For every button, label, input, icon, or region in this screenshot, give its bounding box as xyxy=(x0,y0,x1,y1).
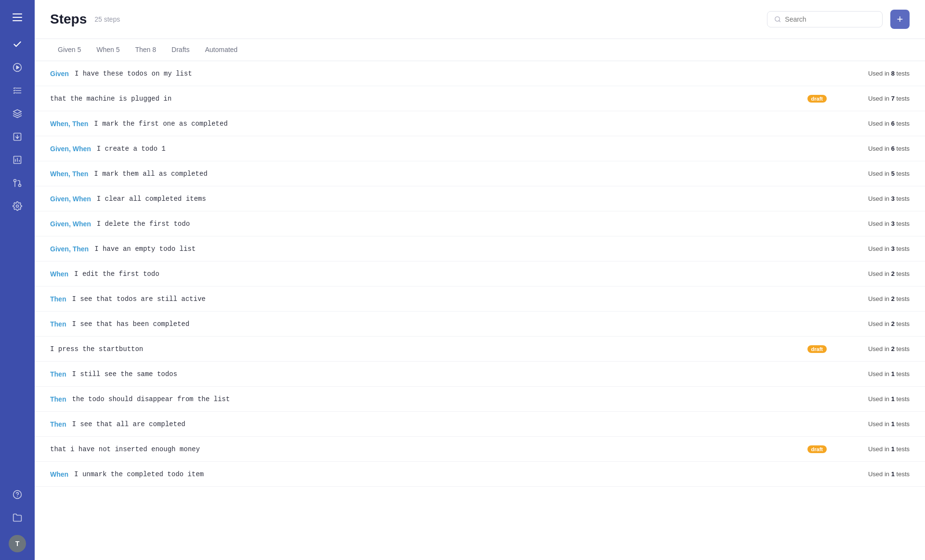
table-row[interactable]: I press the startbutton draft Used in 2 … xyxy=(35,337,925,362)
table-row[interactable]: When I unmark the completed todo item Us… xyxy=(35,462,925,487)
table-row[interactable]: Given, When I delete the first todo Used… xyxy=(35,211,925,236)
page-title: Steps xyxy=(50,12,87,27)
main-content: Steps 25 steps + Given 5 When 5 Then 8 D… xyxy=(35,0,925,560)
step-usage: Used in 7 tests xyxy=(832,95,910,102)
step-text: I clear all completed items xyxy=(97,195,827,203)
sidebar-item-layers[interactable] xyxy=(8,104,27,123)
step-keyword: Given, When xyxy=(50,145,91,153)
svg-line-19 xyxy=(779,21,780,22)
step-text: I edit the first todo xyxy=(74,270,827,278)
step-text: that the machine is plugged in xyxy=(50,95,798,103)
table-row[interactable]: Then I still see the same todos Used in … xyxy=(35,362,925,387)
tab-drafts[interactable]: Drafts xyxy=(164,39,197,61)
step-usage: Used in 2 tests xyxy=(832,270,910,277)
table-row[interactable]: Given I have these todos on my list Used… xyxy=(35,61,925,86)
search-input[interactable] xyxy=(785,15,875,23)
step-text: I have these todos on my list xyxy=(75,70,827,78)
step-keyword: Then xyxy=(50,320,66,328)
sidebar-item-import[interactable] xyxy=(8,127,27,146)
step-keyword: When, Then xyxy=(50,120,88,128)
avatar[interactable]: T xyxy=(9,535,26,552)
table-row[interactable]: Given, When I clear all completed items … xyxy=(35,186,925,211)
step-keyword: Given xyxy=(50,70,69,78)
step-text: I mark the first one as completed xyxy=(94,120,827,128)
step-keyword: Given, When xyxy=(50,220,91,228)
step-text: the todo should disappear from the list xyxy=(72,395,827,403)
table-row[interactable]: When, Then I mark them all as completed … xyxy=(35,161,925,186)
step-usage: Used in 3 tests xyxy=(832,195,910,202)
draft-badge: draft xyxy=(807,345,827,353)
step-text: I create a todo 1 xyxy=(97,145,827,153)
step-text: I see that all are completed xyxy=(72,420,827,428)
step-usage: Used in 8 tests xyxy=(832,70,910,77)
search-box xyxy=(767,11,883,27)
search-icon xyxy=(774,15,781,23)
step-usage: Used in 1 tests xyxy=(832,370,910,378)
step-keyword: Given, When xyxy=(50,195,91,203)
svg-marker-1 xyxy=(16,66,19,69)
step-usage: Used in 2 tests xyxy=(832,320,910,327)
step-keyword: Given, Then xyxy=(50,245,89,253)
sidebar-item-list[interactable] xyxy=(8,81,27,100)
svg-marker-5 xyxy=(13,110,22,114)
step-usage: Used in 1 tests xyxy=(832,420,910,428)
step-keyword: Then xyxy=(50,395,66,403)
page-subtitle: 25 steps xyxy=(94,15,120,23)
draft-badge: draft xyxy=(807,445,827,453)
sidebar-item-check[interactable] xyxy=(8,35,27,54)
sidebar-item-settings[interactable] xyxy=(8,196,27,216)
step-text: that i have not inserted enough money xyxy=(50,445,798,453)
step-usage: Used in 3 tests xyxy=(832,220,910,227)
step-usage: Used in 3 tests xyxy=(832,245,910,252)
table-row[interactable]: Then I see that has been completed Used … xyxy=(35,312,925,337)
tab-automated[interactable]: Automated xyxy=(197,39,245,61)
tabs-bar: Given 5 When 5 Then 8 Drafts Automated xyxy=(35,39,925,61)
draft-badge: draft xyxy=(807,95,827,103)
step-text: I unmark the completed todo item xyxy=(74,470,827,478)
step-usage: Used in 2 tests xyxy=(832,295,910,302)
table-row[interactable]: Given, When I create a todo 1 Used in 6 … xyxy=(35,136,925,161)
step-keyword: When xyxy=(50,270,68,278)
tab-when[interactable]: When 5 xyxy=(89,39,127,61)
table-row[interactable]: Then the todo should disappear from the … xyxy=(35,387,925,412)
sidebar-item-chart[interactable] xyxy=(8,150,27,169)
sidebar: T xyxy=(0,0,35,560)
table-row[interactable]: When, Then I mark the first one as compl… xyxy=(35,111,925,136)
table-row[interactable]: that i have not inserted enough money dr… xyxy=(35,437,925,462)
sidebar-item-help[interactable] xyxy=(8,485,27,504)
sidebar-item-git[interactable] xyxy=(8,173,27,193)
tab-then[interactable]: Then 8 xyxy=(128,39,164,61)
step-keyword: Then xyxy=(50,295,66,303)
step-text: I mark them all as completed xyxy=(94,170,827,178)
table-row[interactable]: Then I see that all are completed Used i… xyxy=(35,412,925,437)
step-text: I still see the same todos xyxy=(72,370,827,378)
step-usage: Used in 1 tests xyxy=(832,445,910,453)
tab-given[interactable]: Given 5 xyxy=(50,39,89,61)
menu-button[interactable] xyxy=(8,8,27,27)
table-row[interactable]: Then I see that todos are still active U… xyxy=(35,287,925,312)
sidebar-item-play[interactable] xyxy=(8,58,27,77)
add-button[interactable]: + xyxy=(890,10,910,29)
sidebar-item-folder[interactable] xyxy=(8,508,27,527)
step-usage: Used in 6 tests xyxy=(832,145,910,152)
step-usage: Used in 6 tests xyxy=(832,120,910,127)
table-row[interactable]: When I edit the first todo Used in 2 tes… xyxy=(35,261,925,287)
step-keyword: Then xyxy=(50,420,66,428)
step-text: I press the startbutton xyxy=(50,345,798,353)
step-usage: Used in 1 tests xyxy=(832,395,910,403)
step-text: I delete the first todo xyxy=(97,220,827,228)
steps-list: Given I have these todos on my list Used… xyxy=(35,61,925,560)
step-usage: Used in 1 tests xyxy=(832,470,910,478)
step-keyword: When, Then xyxy=(50,170,88,178)
step-text: I have an empty todo list xyxy=(94,245,827,253)
svg-point-15 xyxy=(16,205,19,208)
step-usage: Used in 2 tests xyxy=(832,345,910,352)
table-row[interactable]: that the machine is plugged in draft Use… xyxy=(35,86,925,111)
step-keyword: When xyxy=(50,470,68,478)
table-row[interactable]: Given, Then I have an empty todo list Us… xyxy=(35,236,925,261)
step-text: I see that has been completed xyxy=(72,320,827,328)
step-keyword: Then xyxy=(50,370,66,378)
header: Steps 25 steps + xyxy=(35,0,925,39)
step-text: I see that todos are still active xyxy=(72,295,827,303)
step-usage: Used in 5 tests xyxy=(832,170,910,177)
